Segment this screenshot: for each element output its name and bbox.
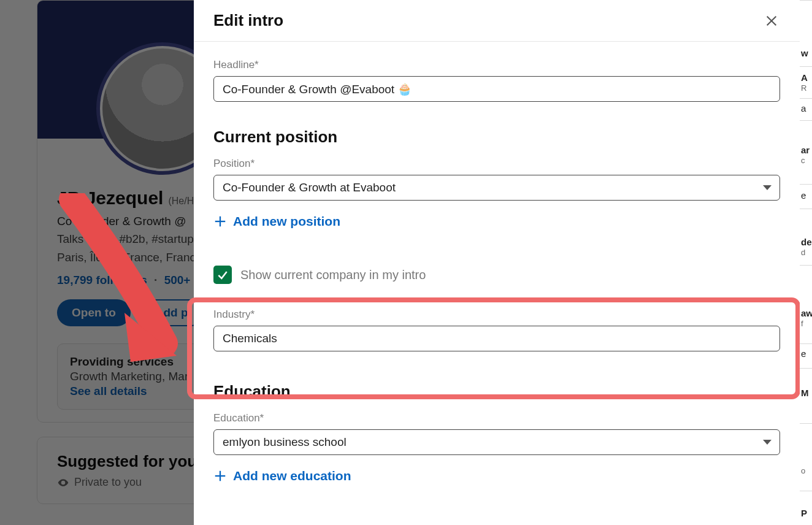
edit-intro-modal: Edit intro Headline* Current position Po…: [194, 0, 800, 525]
show-company-checkbox[interactable]: [213, 266, 232, 284]
plus-icon: [213, 215, 227, 228]
rfrag: R: [801, 83, 806, 93]
show-company-label: Show current company in my intro: [240, 268, 426, 282]
close-button[interactable]: [763, 12, 780, 29]
position-label: Position*: [213, 158, 780, 170]
rfrag: e: [801, 190, 806, 201]
rfrag: aw: [801, 308, 812, 318]
plus-icon: [213, 469, 227, 483]
rfrag: e: [801, 348, 806, 359]
position-select-value[interactable]: [213, 175, 780, 201]
close-icon: [765, 14, 778, 28]
rfrag: a: [801, 103, 806, 113]
industry-input[interactable]: [213, 326, 780, 351]
modal-title: Edit intro: [213, 11, 283, 30]
add-education-link[interactable]: Add new education: [213, 469, 780, 483]
education-heading: Education: [213, 382, 780, 401]
caret-down-icon: [763, 185, 772, 190]
rfrag: d: [801, 248, 805, 257]
rfrag: ar: [801, 145, 810, 155]
rfrag: f: [801, 319, 803, 328]
rfrag: w: [801, 48, 808, 58]
rfrag: c: [801, 156, 805, 165]
current-position-heading: Current position: [213, 128, 780, 147]
partial-right-column: w A R a ar c e de d aw f e M o P: [800, 0, 812, 525]
caret-down-icon: [763, 440, 772, 445]
headline-label: Headline*: [213, 59, 780, 71]
rfrag: A: [801, 72, 808, 83]
rfrag: o: [801, 466, 805, 475]
education-label: Education*: [213, 412, 780, 424]
rfrag: de: [801, 237, 812, 247]
checkmark-icon: [216, 269, 229, 281]
education-select-value[interactable]: [213, 429, 780, 455]
rfrag: P: [801, 508, 807, 518]
industry-label: Industry*: [213, 308, 780, 321]
education-select[interactable]: [213, 429, 780, 455]
rfrag: M: [801, 388, 809, 398]
add-position-label: Add new position: [233, 214, 340, 229]
add-education-label: Add new education: [233, 469, 351, 483]
headline-input[interactable]: [213, 76, 780, 102]
add-position-link[interactable]: Add new position: [213, 214, 780, 229]
position-select[interactable]: [213, 175, 780, 201]
